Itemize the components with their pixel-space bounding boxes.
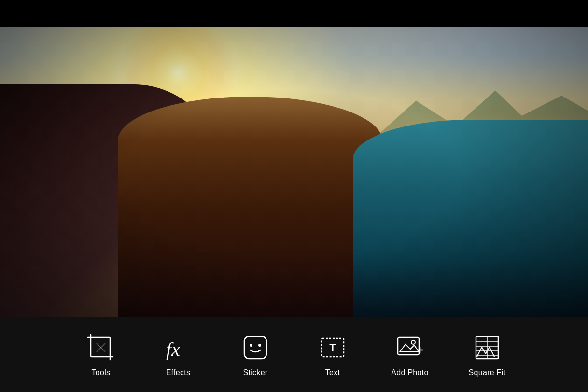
square-fit-button[interactable]: Square Fit: [448, 328, 526, 382]
sticker-icon: [240, 333, 270, 363]
effects-icon: fx: [163, 333, 193, 363]
svg-point-14: [411, 340, 415, 344]
photo-area: [0, 27, 588, 317]
tools-button[interactable]: Tools: [62, 328, 140, 382]
text-button[interactable]: T Text: [294, 328, 371, 382]
top-bar: [0, 0, 588, 27]
crop-icon: [86, 333, 116, 363]
effects-label: Effects: [166, 368, 191, 377]
photo-canvas: [0, 27, 588, 317]
sticker-button[interactable]: Sticker: [217, 328, 294, 382]
person-right: [353, 120, 588, 317]
toolbar: Tools fx Effects: [0, 317, 588, 392]
svg-text:fx: fx: [166, 338, 180, 360]
person-center: [118, 97, 382, 318]
add-photo-icon: [395, 333, 425, 363]
people-area: [0, 84, 588, 317]
tools-label: Tools: [92, 368, 111, 377]
text-label: Text: [325, 368, 340, 377]
add-photo-button[interactable]: Add Photo: [371, 328, 448, 382]
sticker-label: Sticker: [243, 368, 268, 377]
svg-point-10: [258, 344, 261, 347]
add-photo-label: Add Photo: [391, 368, 428, 377]
app: Tools fx Effects: [0, 0, 588, 392]
svg-point-9: [250, 344, 252, 347]
effects-button[interactable]: fx Effects: [140, 328, 217, 382]
square-fit-icon: [472, 333, 502, 363]
svg-rect-8: [244, 336, 266, 359]
text-icon: T: [318, 333, 348, 363]
svg-text:T: T: [329, 341, 336, 353]
square-fit-label: Square Fit: [469, 368, 506, 377]
